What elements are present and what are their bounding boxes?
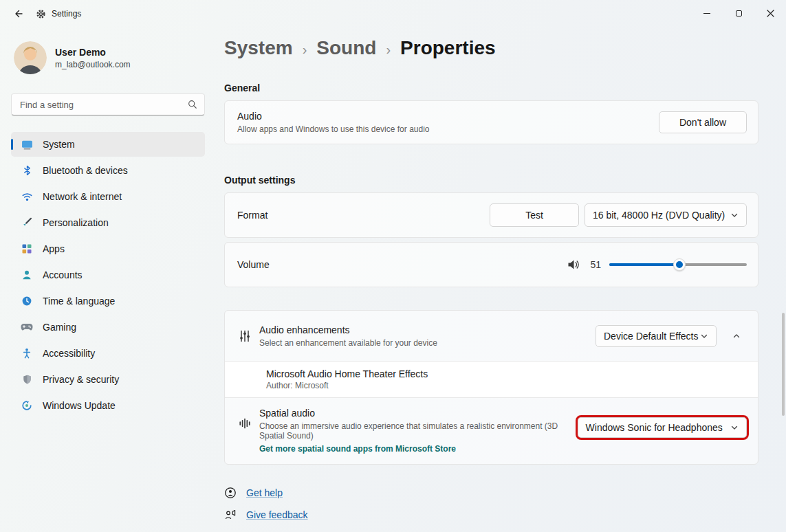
- wifi-icon: [21, 190, 33, 203]
- bluetooth-icon: [21, 164, 33, 177]
- spatial-audio-icon: [237, 417, 252, 430]
- breadcrumb-separator: ›: [303, 42, 307, 58]
- enhancements-desc: Select an enhancement available for your…: [259, 338, 437, 348]
- brush-icon: [21, 217, 33, 229]
- enhancement-item-title: Microsoft Audio Home Theater Effects: [266, 368, 428, 379]
- update-icon: [21, 399, 33, 412]
- section-heading-output: Output settings: [224, 175, 758, 186]
- sidebar-item-privacy[interactable]: Privacy & security: [11, 367, 205, 392]
- sidebar-item-label: Personalization: [43, 217, 109, 228]
- enhancements-title: Audio enhancements: [259, 324, 437, 335]
- volume-value: 51: [589, 259, 601, 270]
- maximize-button[interactable]: [723, 0, 754, 26]
- volume-slider-thumb[interactable]: [673, 258, 686, 271]
- sidebar-item-label: Bluetooth & devices: [43, 165, 128, 176]
- give-feedback-row[interactable]: Give feedback: [224, 509, 758, 521]
- sidebar-item-label: Network & internet: [43, 191, 122, 202]
- get-help-row[interactable]: Get help: [224, 487, 758, 499]
- search-input[interactable]: [19, 99, 188, 111]
- minimize-button[interactable]: [691, 0, 723, 26]
- sidebar-item-accounts[interactable]: Accounts: [11, 263, 205, 287]
- speaker-icon[interactable]: [567, 258, 580, 271]
- sidebar-item-label: Apps: [43, 243, 65, 254]
- spatial-audio-dropdown[interactable]: Windows Sonic for Headphones: [578, 417, 747, 438]
- maximize-icon: [736, 10, 742, 16]
- audio-enhancements-row: Audio enhancements Select an enhancement…: [225, 311, 758, 361]
- sidebar-nav: System Bluetooth & devices Network & int…: [11, 132, 205, 418]
- close-button[interactable]: [754, 0, 786, 26]
- sidebar: User Demo m_lab@outlook.com System Bluet…: [0, 27, 215, 532]
- format-dropdown[interactable]: 16 bit, 48000 Hz (DVD Quality): [585, 203, 747, 227]
- footer-links: Get help Give feedback: [224, 487, 758, 521]
- search-icon: [188, 100, 197, 109]
- sidebar-item-accessibility[interactable]: Accessibility: [11, 341, 205, 366]
- test-button[interactable]: Test: [490, 203, 579, 227]
- sidebar-item-network[interactable]: Network & internet: [11, 184, 205, 209]
- audio-enhancements-group: Audio enhancements Select an enhancement…: [224, 310, 758, 465]
- get-help-link[interactable]: Get help: [246, 487, 283, 498]
- volume-slider[interactable]: [609, 258, 747, 271]
- close-icon: [767, 10, 774, 17]
- sidebar-item-label: Time & language: [43, 296, 115, 307]
- sidebar-item-label: System: [43, 139, 75, 150]
- sidebar-item-label: Gaming: [43, 322, 76, 333]
- avatar: [14, 41, 47, 74]
- enhancements-dropdown[interactable]: Device Default Effects: [596, 325, 717, 347]
- audio-permission-card: Audio Allow apps and Windows to use this…: [224, 100, 758, 144]
- page-title: Properties: [400, 37, 496, 59]
- system-icon: [21, 138, 33, 151]
- spatial-store-link[interactable]: Get more spatial sound apps from Microso…: [259, 444, 578, 454]
- enhancement-item-author: Author: Microsoft: [266, 381, 428, 390]
- sidebar-item-time-language[interactable]: Time & language: [11, 289, 205, 313]
- chevron-up-icon: [732, 332, 741, 340]
- apps-icon: [21, 243, 33, 255]
- chevron-down-icon: [700, 332, 708, 340]
- accessibility-icon: [21, 347, 33, 359]
- spatial-audio-row: Spatial audio Choose an immersive audio …: [225, 398, 758, 464]
- back-button[interactable]: [7, 4, 29, 23]
- search-box[interactable]: [11, 93, 205, 115]
- sidebar-item-apps[interactable]: Apps: [11, 236, 205, 261]
- enhancements-icon: [237, 329, 252, 343]
- gear-icon: [36, 9, 46, 19]
- audio-desc: Allow apps and Windows to use this devic…: [237, 124, 430, 134]
- format-dropdown-value: 16 bit, 48000 Hz (DVD Quality): [593, 210, 725, 221]
- sidebar-item-bluetooth[interactable]: Bluetooth & devices: [11, 158, 205, 183]
- sidebar-item-label: Accounts: [43, 269, 83, 280]
- format-card: Format Test 16 bit, 48000 Hz (DVD Qualit…: [224, 192, 758, 238]
- controller-icon: [21, 321, 33, 333]
- user-email: m_lab@outlook.com: [55, 60, 131, 69]
- sidebar-item-gaming[interactable]: Gaming: [11, 315, 205, 340]
- account-summary[interactable]: User Demo m_lab@outlook.com: [11, 41, 205, 74]
- person-icon: [21, 269, 33, 281]
- volume-label: Volume: [237, 259, 270, 270]
- breadcrumb-sound[interactable]: Sound: [316, 37, 376, 59]
- chevron-down-icon: [730, 211, 739, 219]
- sidebar-item-system[interactable]: System: [11, 132, 205, 157]
- expander-collapse-button[interactable]: [726, 326, 747, 346]
- titlebar: Settings: [0, 0, 786, 27]
- scrollbar[interactable]: [782, 313, 785, 416]
- sidebar-item-personalization[interactable]: Personalization: [11, 210, 205, 235]
- give-feedback-icon: [224, 509, 237, 521]
- spatial-audio-desc: Choose an immersive audio experience tha…: [259, 421, 576, 441]
- clock-icon: [21, 295, 33, 307]
- enhancements-dropdown-value: Device Default Effects: [604, 331, 698, 342]
- section-heading-general: General: [224, 82, 758, 93]
- get-help-icon: [224, 487, 237, 499]
- audio-title: Audio: [237, 111, 430, 122]
- spatial-audio-dropdown-value: Windows Sonic for Headphones: [586, 422, 723, 433]
- sidebar-item-label: Privacy & security: [43, 374, 119, 385]
- spatial-audio-title: Spatial audio: [259, 408, 578, 419]
- sidebar-item-windows-update[interactable]: Windows Update: [11, 393, 205, 418]
- app-title: Settings: [52, 9, 81, 19]
- breadcrumb-system[interactable]: System: [224, 37, 293, 59]
- shield-icon: [21, 373, 33, 386]
- dont-allow-button[interactable]: Don't allow: [659, 111, 747, 133]
- back-arrow-icon: [12, 8, 23, 19]
- give-feedback-link[interactable]: Give feedback: [246, 509, 308, 520]
- volume-card: Volume 51: [224, 242, 758, 287]
- breadcrumb: System › Sound › Properties: [224, 37, 758, 59]
- format-label: Format: [237, 210, 268, 221]
- enhancement-item-row[interactable]: Microsoft Audio Home Theater Effects Aut…: [225, 362, 758, 397]
